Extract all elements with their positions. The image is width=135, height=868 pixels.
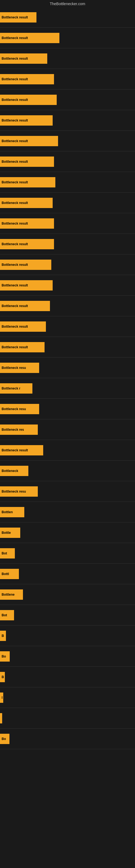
- bar-label: Bottleneck result: [2, 57, 28, 61]
- bar-row: Bottleneck result: [0, 69, 135, 89]
- bar-label: Bottleneck result: [2, 304, 28, 308]
- result-bar: Bottleneck result: [0, 218, 54, 229]
- bar-label: Bottleneck result: [2, 16, 28, 19]
- result-bar: Bottleneck result: [0, 54, 47, 64]
- bar-row: Bottleneck r: [0, 378, 135, 399]
- bar-row: Bot: [0, 543, 135, 563]
- bar-label: Bottleneck result: [2, 160, 28, 163]
- bar-label: Bo: [2, 737, 6, 741]
- result-bar: Bo: [0, 651, 10, 661]
- bar-row: Bottleneck result: [0, 28, 135, 48]
- result-bar: Bottlene: [0, 589, 23, 600]
- bar-label: Bottleneck result: [2, 180, 28, 184]
- bar-label: Bottleneck result: [2, 242, 28, 246]
- result-bar: Bottleneck result: [0, 342, 45, 352]
- bar-row: Bottleneck result: [0, 275, 135, 296]
- bar-label: Bottleneck: [2, 469, 18, 473]
- bar-row: Bottleneck result: [0, 337, 135, 357]
- result-bar: Bottleneck result: [0, 280, 53, 290]
- result-bar: [0, 713, 2, 723]
- bar-row: Bottleneck result: [0, 296, 135, 316]
- bar-row: Bottleneck result: [0, 7, 135, 27]
- bar-row: Bottlene: [0, 584, 135, 604]
- result-bar: Bottleneck result: [0, 115, 53, 126]
- result-bar: I: [0, 692, 3, 703]
- result-bar: Bot: [0, 610, 14, 620]
- result-bar: B: [0, 631, 6, 641]
- bar-row: B: [0, 667, 135, 687]
- result-bar: Bottleneck resu: [0, 363, 39, 373]
- bar-label: Bottl: [2, 572, 9, 576]
- bar-row: [0, 708, 135, 728]
- result-bar: Bot: [0, 548, 15, 558]
- bar-label: Bottleneck result: [2, 98, 28, 102]
- result-bar: Bottleneck result: [0, 198, 53, 208]
- site-title-text: TheBottlenecker.com: [50, 2, 85, 6]
- bar-row: Bottleneck result: [0, 193, 135, 213]
- result-bar: Bottleneck resu: [0, 486, 38, 497]
- result-bar: Bottleneck result: [0, 259, 51, 270]
- bar-row: Bottleneck result: [0, 151, 135, 172]
- result-bar: Bottl: [0, 569, 19, 579]
- bar-label: Bot: [2, 552, 7, 555]
- result-bar: Bottleneck result: [0, 33, 59, 43]
- result-bar: Bottlen: [0, 507, 24, 517]
- result-bar: Bottleneck result: [0, 95, 57, 105]
- bar-label: Bottleneck result: [2, 325, 28, 329]
- bar-row: Bottleneck resu: [0, 358, 135, 378]
- result-bar: Bottleneck resu: [0, 404, 39, 414]
- result-bar: Bottleneck res: [0, 425, 38, 435]
- bar-row: Bottleneck resu: [0, 481, 135, 501]
- bar-row: I: [0, 687, 135, 708]
- bar-label: Bottlen: [2, 510, 13, 514]
- result-bar: Bottleneck result: [0, 301, 50, 311]
- bar-label: Bottleneck result: [2, 222, 28, 225]
- bar-label: Bottleneck result: [2, 283, 28, 287]
- bar-row: Bottleneck result: [0, 254, 135, 275]
- result-bar: Bottleneck result: [0, 177, 55, 187]
- result-bar: Bottleneck result: [0, 156, 54, 167]
- bar-row: Bottlen: [0, 502, 135, 522]
- result-bar: Bottleneck result: [0, 445, 43, 456]
- bar-row: Bottl: [0, 564, 135, 584]
- bar-label: Bottleneck resu: [2, 407, 26, 411]
- bar-label: Bottleneck result: [2, 263, 28, 267]
- result-bar: B: [0, 672, 5, 682]
- bar-row: Bo: [0, 646, 135, 666]
- result-bar: Bottleneck result: [0, 321, 46, 332]
- result-bar: Bottleneck r: [0, 383, 32, 394]
- bar-row: Bottleneck result: [0, 234, 135, 254]
- bar-row: Bottleneck result: [0, 172, 135, 192]
- result-bar: Bottleneck result: [0, 136, 58, 146]
- bar-row: Bottleneck result: [0, 316, 135, 337]
- bar-row: Bottleneck result: [0, 110, 135, 130]
- bar-label: Bot: [2, 613, 7, 617]
- bar-row: Bottleneck res: [0, 420, 135, 440]
- site-title: TheBottlenecker.com: [0, 0, 135, 7]
- bar-label: Bottleneck resu: [2, 490, 26, 493]
- bar-label: Bottleneck result: [2, 345, 28, 349]
- bar-row: Bottleneck result: [0, 48, 135, 69]
- result-bar: Bo: [0, 734, 9, 744]
- bar-row: B: [0, 625, 135, 646]
- bar-label: Bottleneck result: [2, 201, 28, 205]
- bar-label: Bottleneck result: [2, 139, 28, 143]
- bar-label: I: [2, 696, 2, 700]
- bar-label: Bottleneck resu: [2, 366, 26, 370]
- bar-label: Bottleneck result: [2, 36, 28, 40]
- bar-label: Bottleneck result: [2, 448, 28, 452]
- result-bar: Bottleneck result: [0, 12, 37, 23]
- bar-row: Bottleneck result: [0, 213, 135, 234]
- bar-label: Bottlene: [2, 593, 14, 596]
- bar-label: Bottleneck r: [2, 386, 20, 390]
- result-bar: Bottleneck: [0, 466, 28, 476]
- bar-row: Bottle: [0, 522, 135, 543]
- bar-row: Bottleneck result: [0, 131, 135, 151]
- result-bar: Bottleneck result: [0, 74, 54, 84]
- bar-row: Bot: [0, 605, 135, 625]
- bar-label: B: [2, 675, 4, 679]
- bar-row: Bottleneck result: [0, 90, 135, 110]
- result-bar: Bottleneck result: [0, 239, 54, 249]
- bar-row: Bottleneck resu: [0, 399, 135, 419]
- bar-label: B: [2, 634, 4, 638]
